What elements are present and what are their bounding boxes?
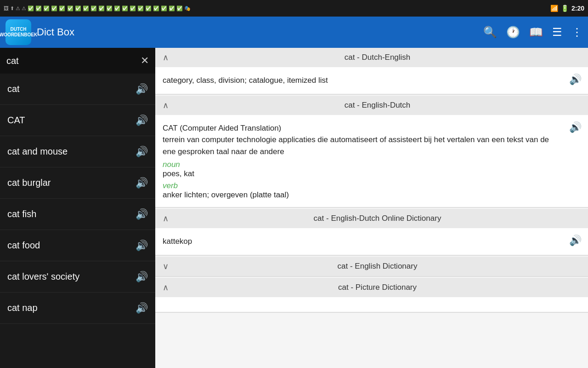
content-area: ∧ cat - Dutch-English 🔊category, class, … <box>155 48 588 368</box>
dict-header-english-dutch-online[interactable]: ∧ cat - English-Dutch Online Dictionary <box>155 209 588 228</box>
sidebar-item-cat-nap[interactable]: cat nap 🔊 <box>0 293 155 324</box>
dict-body-picture-dict <box>155 297 588 312</box>
sidebar-item-label: cat burglar <box>7 178 51 188</box>
sidebar-item-label: cat lovers' society <box>7 271 79 282</box>
dict-header-title-english-dutch: cat - English-Dutch <box>174 101 581 110</box>
dict-section-english-dutch-online: ∧ cat - English-Dutch Online Dictionary … <box>155 209 588 256</box>
dict-section-dutch-english: ∧ cat - Dutch-English 🔊category, class, … <box>155 48 588 95</box>
dict-section-english-dutch: ∧ cat - English-Dutch 🔊CAT (Computer Aid… <box>155 96 588 208</box>
dict-header-picture-dict[interactable]: ∧ cat - Picture Dictionary <box>155 278 588 297</box>
speaker-icon[interactable]: 🔊 <box>136 115 148 126</box>
sidebar-item-label: CAT <box>7 115 25 126</box>
sidebar-item-cat-lovers-society[interactable]: cat lovers' society 🔊 <box>0 261 155 293</box>
dict-body-dutch-english: 🔊category, class, division; catalogue, i… <box>155 67 588 94</box>
dict-header-title-picture-dict: cat - Picture Dictionary <box>174 283 581 292</box>
logo-line1: DUTCH <box>11 27 27 32</box>
dict-body-english-dutch-online: 🔊kattekop <box>155 228 588 255</box>
sidebar-item-cat-and-mouse[interactable]: cat and mouse 🔊 <box>0 136 155 167</box>
dict-text-english-dutch: CAT (Computer Aided Translation)terrein … <box>163 122 581 158</box>
sidebar-item-label: cat nap <box>7 303 38 313</box>
battery-icon: 🔋 <box>561 5 569 12</box>
dict-speaker-dutch-english[interactable]: 🔊 <box>569 74 582 86</box>
sidebar-item-label: cat and mouse <box>7 146 68 157</box>
speaker-icon[interactable]: 🔊 <box>136 240 148 252</box>
dict-header-title-dutch-english: cat - Dutch-English <box>174 53 581 62</box>
sidebar-item-cat[interactable]: cat 🔊 <box>0 74 155 105</box>
chevron-icon-english-dict: ∨ <box>163 261 169 271</box>
sidebar-item-label: cat fish <box>7 209 36 219</box>
search-button[interactable]: 🔍 <box>483 26 497 39</box>
dict-header-english-dutch[interactable]: ∧ cat - English-Dutch <box>155 96 588 115</box>
menu-button[interactable]: ☰ <box>552 26 562 39</box>
dict-speaker-english-dutch[interactable]: 🔊 <box>569 121 582 133</box>
dict-header-dutch-english[interactable]: ∧ cat - Dutch-English <box>155 48 588 67</box>
dict-text-english-dutch-online: kattekop <box>163 236 581 247</box>
dict-section-english-dict: ∨ cat - English Dictionary <box>155 257 588 277</box>
speaker-icon[interactable]: 🔊 <box>136 177 148 189</box>
speaker-icon[interactable]: 🔊 <box>136 302 148 314</box>
content-divider <box>155 207 588 208</box>
pos-text-english-dutch: poes, kat <box>163 169 581 178</box>
dict-speaker-english-dutch-online[interactable]: 🔊 <box>569 235 582 247</box>
pos-label-english-dutch: noun <box>163 160 581 169</box>
app-logo: DUTCH WOORDENBOEK <box>6 19 31 45</box>
chevron-icon-english-dutch: ∧ <box>163 100 169 110</box>
status-bar: 🖼 ⬆ ⚠ ⚠ ✅ ✅ ✅ ✅ ✅ ✅ ✅ ✅ ✅ ✅ ✅ ✅ ✅ ✅ ✅ ✅ … <box>0 0 588 17</box>
dict-header-english-dict[interactable]: ∨ cat - English Dictionary <box>155 257 588 276</box>
dict-header-title-english-dict: cat - English Dictionary <box>174 262 581 271</box>
speaker-icon[interactable]: 🔊 <box>136 271 148 283</box>
sidebar-item-CAT[interactable]: CAT 🔊 <box>0 105 155 136</box>
pos-text-english-dutch: anker lichten; overgeven (platte taal) <box>163 190 581 200</box>
speaker-icon[interactable]: 🔊 <box>136 83 148 95</box>
dict-body-english-dutch: 🔊CAT (Computer Aided Translation)terrein… <box>155 115 588 207</box>
toolbar: DUTCH WOORDENBOEK Dict Box 🔍 🕐 📖 ☰ ⋮ <box>0 17 588 48</box>
wifi-icon: 📶 <box>550 5 558 12</box>
sidebar-item-label: cat <box>7 84 20 94</box>
dict-text-dutch-english: category, class, division; catalogue, it… <box>163 75 581 86</box>
content-divider <box>155 255 588 256</box>
app-title: Dict Box <box>37 26 478 38</box>
chevron-icon-dutch-english: ∧ <box>163 52 169 63</box>
main-area: ✕ cat 🔊 CAT 🔊 cat and mouse 🔊 cat burgla… <box>0 48 588 368</box>
sidebar-item-cat-burglar[interactable]: cat burglar 🔊 <box>0 167 155 199</box>
chevron-icon-english-dutch-online: ∧ <box>163 213 169 224</box>
search-input[interactable] <box>6 56 136 66</box>
sidebar-item-cat-food[interactable]: cat food 🔊 <box>0 230 155 261</box>
logo-line2: WOORDENBOEK <box>0 32 37 38</box>
dict-section-picture-dict: ∧ cat - Picture Dictionary <box>155 278 588 313</box>
status-bar-right: 📶 🔋 2:20 <box>550 5 584 12</box>
speaker-icon[interactable]: 🔊 <box>136 208 148 220</box>
more-button[interactable]: ⋮ <box>571 26 582 39</box>
content-divider <box>155 276 588 277</box>
pos-label-english-dutch: verb <box>163 181 581 190</box>
search-bar: ✕ <box>0 48 155 74</box>
history-button[interactable]: 🕐 <box>506 26 520 39</box>
content-divider <box>155 94 588 95</box>
clock: 2:20 <box>571 5 584 12</box>
bookmark-button[interactable]: 📖 <box>529 26 543 39</box>
sidebar-item-label: cat food <box>7 240 40 251</box>
sidebar: ✕ cat 🔊 CAT 🔊 cat and mouse 🔊 cat burgla… <box>0 48 155 368</box>
status-icons-left: 🖼 ⬆ ⚠ ⚠ ✅ ✅ ✅ ✅ ✅ ✅ ✅ ✅ ✅ ✅ ✅ ✅ ✅ ✅ ✅ ✅ … <box>4 6 191 12</box>
sidebar-list: cat 🔊 CAT 🔊 cat and mouse 🔊 cat burglar … <box>0 74 155 368</box>
sidebar-item-cat-fish[interactable]: cat fish 🔊 <box>0 199 155 230</box>
clear-button[interactable]: ✕ <box>141 55 149 67</box>
toolbar-actions: 🔍 🕐 📖 ☰ ⋮ <box>483 26 582 39</box>
content-divider <box>155 312 588 313</box>
speaker-icon[interactable]: 🔊 <box>136 146 148 158</box>
chevron-icon-picture-dict: ∧ <box>163 282 169 293</box>
dict-header-title-english-dutch-online: cat - English-Dutch Online Dictionary <box>174 214 581 223</box>
